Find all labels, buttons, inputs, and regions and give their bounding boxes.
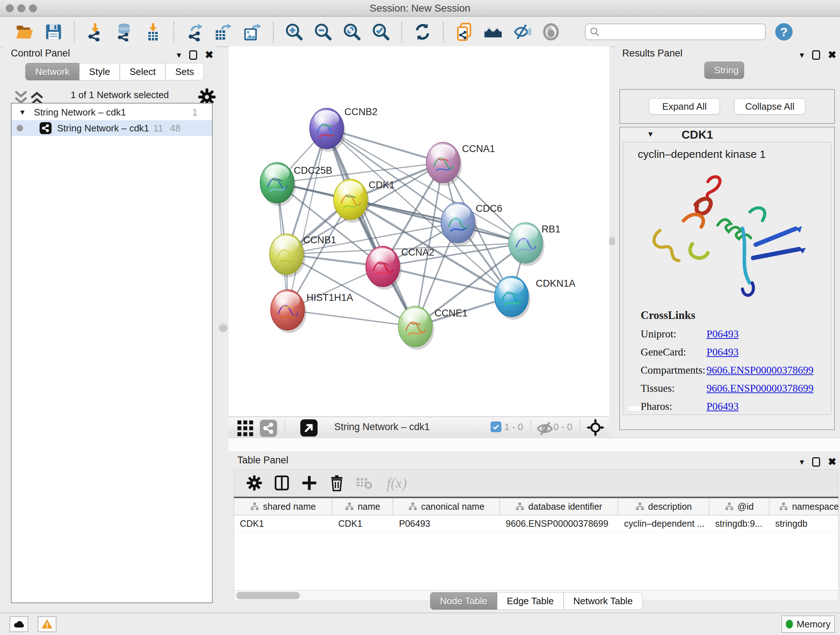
string-network-graph[interactable]: CCNB2CCNA1CDC25BCDK1CDC6RB1CCNB1CCNA2CDK… [229, 46, 609, 416]
column-header-description[interactable]: description [618, 498, 709, 515]
collapse-all-button[interactable]: Collapse All [734, 98, 805, 114]
tab-network[interactable]: Network [25, 63, 79, 80]
refresh-icon[interactable] [413, 22, 432, 41]
tab-style[interactable]: Style [79, 63, 120, 80]
table-cell[interactable]: 9606.ENSP00000378699 [500, 516, 618, 532]
node-HIST1H1A[interactable] [271, 290, 306, 333]
tab-edge-table[interactable]: Edge Table [497, 592, 564, 610]
share-session-file-icon[interactable] [455, 22, 474, 41]
search-box[interactable] [585, 24, 766, 40]
search-input[interactable] [600, 25, 765, 39]
node-RB1[interactable] [508, 223, 545, 266]
panel-menu-icon[interactable]: ▾ [799, 50, 804, 60]
tab-node-table[interactable]: Node Table [430, 592, 497, 610]
string-network-badge-icon[interactable] [259, 419, 275, 435]
table-cell[interactable]: cyclin–dependent ... [618, 516, 709, 532]
tab-network-table[interactable]: Network Table [564, 592, 643, 610]
show-columns-icon[interactable] [273, 475, 290, 491]
memory-button[interactable]: Memory [782, 616, 835, 633]
left-splitter-handle[interactable] [219, 323, 227, 332]
edge-CCNB2-HIST1H1A[interactable] [287, 128, 327, 310]
zoom-fit-icon[interactable] [343, 22, 362, 41]
node-CDC25B[interactable] [260, 163, 296, 206]
grid-view-icon[interactable] [236, 419, 252, 435]
panel-float-icon[interactable] [189, 50, 197, 60]
expand-all-icon[interactable] [27, 88, 41, 101]
import-table-icon[interactable] [144, 22, 163, 41]
home-icon[interactable] [484, 22, 502, 41]
hide-panel-icon[interactable] [513, 22, 531, 41]
panel-close-icon[interactable]: ✖ [205, 50, 213, 60]
table-cell[interactable]: CDK1 [234, 516, 332, 532]
column-header-namespace[interactable]: namespace [769, 498, 838, 515]
node-CCNB2[interactable] [309, 108, 346, 152]
crosslink-link[interactable]: 9606.ENSP00000378699 [706, 364, 813, 376]
network-options-gear-icon[interactable] [197, 88, 212, 102]
eye-icon[interactable] [542, 22, 561, 41]
table-panel-divider[interactable] [229, 437, 840, 452]
edge-HIST1H1A-CCNE1[interactable] [287, 310, 415, 326]
node-CCNB1[interactable] [270, 234, 305, 277]
table-cell[interactable]: stringdb:9... [709, 516, 769, 532]
tab-select[interactable]: Select [120, 63, 165, 80]
tab-string[interactable]: String [704, 62, 744, 79]
export-table-icon[interactable] [214, 22, 233, 41]
warning-status-button[interactable] [38, 616, 57, 632]
panel-float-icon[interactable] [812, 457, 820, 467]
column-header-canonical-name[interactable]: canonical name [393, 498, 500, 515]
network-collection-row[interactable]: ▼ String Network – cdk1 1 [11, 104, 212, 120]
zoom-selected-icon[interactable] [371, 22, 390, 41]
hidden-eye-icon[interactable] [535, 419, 551, 434]
node-CDC6[interactable] [441, 203, 477, 246]
crosslink-link[interactable]: P06493 [706, 401, 739, 412]
results-scrollbar-thumb[interactable] [627, 405, 641, 412]
column-header-database-identifier[interactable]: database identifier [500, 498, 618, 515]
open-session-icon[interactable] [15, 22, 34, 41]
delete-table-icon[interactable] [356, 475, 375, 491]
column-header-shared-name[interactable]: shared name [234, 498, 332, 515]
cloud-status-button[interactable] [9, 616, 28, 632]
export-network-icon[interactable] [185, 22, 204, 41]
node-CCNA2[interactable] [366, 246, 401, 290]
crosslink-link[interactable]: P06493 [706, 328, 739, 340]
function-builder-icon[interactable]: f(x) [387, 475, 407, 492]
table-cell[interactable]: CDK1 [332, 516, 393, 532]
tab-sets[interactable]: Sets [165, 63, 204, 80]
expand-all-button[interactable]: Expand All [649, 98, 720, 114]
table-settings-gear-icon[interactable] [246, 475, 263, 491]
node-CDKN1A[interactable] [494, 276, 531, 320]
zoom-out-icon[interactable] [314, 22, 332, 41]
import-network-database-icon[interactable] [115, 22, 134, 41]
selected-checkbox-icon[interactable] [491, 421, 501, 432]
scrollbar-thumb[interactable] [236, 592, 300, 599]
column-header-name[interactable]: name [332, 498, 393, 515]
panel-menu-icon[interactable]: ▾ [177, 50, 181, 60]
collapse-entry-icon[interactable]: ▾ [648, 129, 653, 139]
save-session-icon[interactable] [44, 22, 63, 41]
zoom-in-icon[interactable] [285, 22, 303, 41]
export-image-icon[interactable] [243, 22, 262, 41]
table-row[interactable]: CDK1CDK1P064939606.ENSP00000378699cyclin… [234, 516, 838, 532]
table-cell[interactable]: stringdb [769, 516, 838, 532]
crosslink-link[interactable]: P06493 [706, 346, 739, 358]
add-column-icon[interactable] [301, 475, 317, 491]
table-cell[interactable]: P06493 [393, 516, 500, 532]
network-row[interactable]: String Network – cdk1 11 48 [11, 120, 212, 136]
node-CDK1[interactable] [333, 179, 369, 223]
panel-float-icon[interactable] [812, 50, 820, 60]
panel-close-icon[interactable]: ✖ [828, 457, 836, 467]
delete-column-trash-icon[interactable] [328, 475, 345, 491]
column-header--id[interactable]: @id [709, 498, 769, 515]
network-canvas[interactable]: CCNB2CCNA1CDC25BCDK1CDC6RB1CCNB1CCNA2CDK… [229, 46, 609, 416]
tree-expand-icon[interactable]: ▼ [19, 108, 26, 117]
node-CCNA1[interactable] [426, 142, 462, 186]
panel-close-icon[interactable]: ✖ [828, 50, 836, 60]
collapse-all-icon[interactable] [11, 88, 25, 101]
help-icon[interactable]: ? [775, 23, 793, 41]
node-CCNE1[interactable] [398, 306, 434, 350]
crosslink-link[interactable]: 9606.ENSP00000378699 [706, 382, 813, 394]
panel-menu-icon[interactable]: ▾ [799, 457, 804, 467]
fit-content-crosshair-icon[interactable] [586, 418, 603, 435]
birds-eye-view-icon[interactable] [300, 418, 316, 435]
import-network-file-icon[interactable] [86, 22, 104, 41]
